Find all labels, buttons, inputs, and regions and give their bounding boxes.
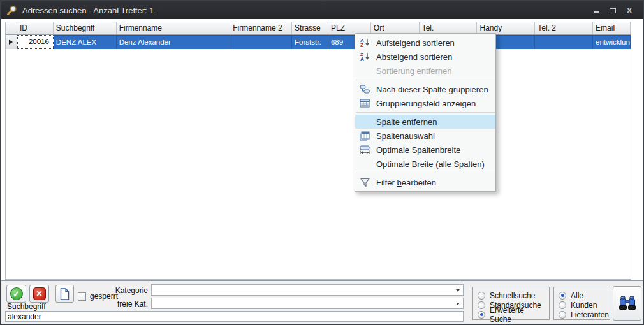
- close-icon: X: [627, 6, 633, 15]
- menu-item-label: Sortierung entfernen: [376, 66, 452, 76]
- sort-ascending-icon: AZ: [358, 38, 371, 47]
- group-panel-icon: [358, 99, 371, 108]
- cell-strasse[interactable]: Forststr.: [292, 35, 328, 49]
- cell-email[interactable]: entwicklung...: [593, 35, 631, 49]
- close-button[interactable]: X: [621, 2, 638, 18]
- kategorie-label: Kategorie: [97, 286, 148, 295]
- gesperrt-checkbox[interactable]: [78, 292, 86, 301]
- menu-item-clear-sorting[interactable]: Sortierung entfernen: [355, 64, 495, 78]
- radio-icon: [478, 292, 485, 300]
- title-bar: Adressen suchen - Anzahl Treffer: 1 X: [1, 1, 643, 19]
- maximize-button[interactable]: [604, 2, 621, 18]
- results-grid: ID Suchbegriff Firmenname Firmenname 2 S…: [5, 22, 631, 280]
- check-icon: ✓: [10, 287, 23, 300]
- menu-item-sort-descending[interactable]: ZA Absteigend sortieren: [355, 50, 495, 64]
- menu-item-label: Gruppierungsfeld anzeigen: [376, 99, 476, 108]
- menu-item-filter-editor[interactable]: Filter bearbeiten: [355, 175, 495, 189]
- column-header-strasse[interactable]: Strasse: [292, 22, 328, 34]
- chevron-down-icon: [456, 289, 460, 292]
- menu-item-label: Optimale Spaltenbreite: [376, 145, 460, 155]
- column-header-suchbegriff[interactable]: Suchbegriff: [54, 22, 117, 34]
- menu-item-label: Aufsteigend sortieren: [376, 38, 455, 48]
- filter-funnel-icon: [358, 178, 371, 187]
- menu-item-remove-column[interactable]: Spalte entfernen: [355, 115, 495, 129]
- cell-firmenname[interactable]: Denz Alexander: [117, 35, 231, 49]
- cell-tel2[interactable]: [535, 35, 593, 49]
- column-context-menu: AZ Aufsteigend sortieren ZA Absteigend s…: [355, 33, 496, 192]
- search-footer-panel: ✓ ✕ gesperrt Kategorie freie Kat. Suchbe…: [1, 280, 643, 324]
- suchbegriff-input[interactable]: [5, 311, 464, 322]
- menu-item-label: Spaltenauswahl: [376, 131, 435, 141]
- suchbegriff-label: Suchbegriff: [7, 302, 46, 311]
- radio-label: Erweiterte Suche: [490, 306, 545, 324]
- search-mode-group: Schnellsuche Standardsuche Erweiterte Su…: [472, 287, 550, 320]
- window-controls: X: [588, 2, 638, 18]
- freie-kat-label: freie Kat.: [97, 300, 148, 308]
- menu-separator: [356, 173, 495, 173]
- menu-item-label: Nach dieser Spalte gruppieren: [376, 85, 488, 94]
- radio-kunden[interactable]: Kunden: [559, 300, 605, 310]
- maximize-icon: [610, 8, 616, 13]
- minimize-icon: [594, 11, 599, 13]
- adressen-suchen-window: Adressen suchen - Anzahl Treffer: 1 X ID…: [0, 0, 644, 325]
- radio-label: Lieferanten: [571, 310, 609, 319]
- minimize-button[interactable]: [588, 2, 604, 18]
- radio-icon: [559, 311, 566, 319]
- grid-header-row: ID Suchbegriff Firmenname Firmenname 2 S…: [6, 22, 631, 35]
- row-indicator-header: [6, 22, 17, 34]
- menu-separator: [356, 80, 495, 80]
- binoculars-icon: [618, 296, 636, 311]
- cancel-button[interactable]: ✕: [29, 285, 49, 303]
- radio-erweiterte-suche[interactable]: Erweiterte Suche: [478, 310, 545, 319]
- freie-kat-combo[interactable]: [151, 298, 464, 309]
- scope-group: Alle Kunden Lieferanten: [553, 287, 610, 320]
- menu-item-best-fit-all[interactable]: Optimale Breite (alle Spalten): [355, 157, 495, 171]
- column-chooser-icon: [358, 131, 371, 141]
- cell-suchbegriff[interactable]: DENZ ALEX: [54, 35, 117, 49]
- column-header-tel2[interactable]: Tel. 2: [535, 22, 593, 34]
- chevron-down-icon: [456, 303, 460, 305]
- ok-button[interactable]: ✓: [6, 285, 26, 303]
- menu-item-best-fit[interactable]: Optimale Spaltenbreite: [355, 143, 495, 157]
- search-button[interactable]: [613, 286, 641, 321]
- table-row[interactable]: 20016 DENZ ALEX Denz Alexander Forststr.…: [6, 35, 631, 49]
- document-icon: [60, 288, 70, 300]
- magnifier-icon: [6, 5, 17, 16]
- radio-label: Kunden: [571, 301, 597, 310]
- menu-item-label: Spalte entfernen: [376, 117, 437, 127]
- new-document-button[interactable]: [55, 285, 74, 303]
- radio-label: Schnellsuche: [490, 291, 535, 300]
- group-by-column-icon: [358, 85, 371, 94]
- kategorie-combo[interactable]: [151, 284, 464, 296]
- menu-separator: [356, 112, 495, 113]
- sort-descending-icon: ZA: [358, 52, 371, 61]
- radio-label: Alle: [571, 291, 583, 300]
- current-row-arrow-icon: [9, 40, 13, 45]
- radio-icon-selected: [478, 311, 485, 319]
- menu-item-column-chooser[interactable]: Spaltenauswahl: [355, 129, 495, 143]
- radio-alle[interactable]: Alle: [559, 291, 605, 300]
- column-width-icon: [358, 145, 371, 155]
- menu-item-label: Absteigend sortieren: [376, 52, 452, 62]
- menu-item-group-by-column[interactable]: Nach dieser Spalte gruppieren: [355, 82, 495, 96]
- cell-firmenname2[interactable]: [230, 35, 292, 49]
- window-title: Adressen suchen - Anzahl Treffer: 1: [22, 6, 154, 15]
- column-header-firmenname2[interactable]: Firmenname 2: [230, 22, 292, 34]
- cell-id[interactable]: 20016: [17, 35, 54, 49]
- menu-item-show-group-panel[interactable]: Gruppierungsfeld anzeigen: [355, 96, 495, 110]
- menu-item-label: Optimale Breite (alle Spalten): [376, 159, 485, 169]
- menu-item-sort-ascending[interactable]: AZ Aufsteigend sortieren: [355, 36, 495, 50]
- radio-icon-selected: [559, 292, 566, 300]
- radio-schnellsuche[interactable]: Schnellsuche: [478, 291, 545, 300]
- menu-item-label: Filter bearbeiten: [376, 178, 436, 187]
- column-header-id[interactable]: ID: [17, 22, 54, 34]
- x-icon: ✕: [33, 287, 46, 300]
- radio-icon: [478, 301, 485, 309]
- row-indicator-cell: [6, 35, 17, 49]
- radio-lieferanten[interactable]: Lieferanten: [559, 310, 605, 319]
- radio-icon: [559, 301, 566, 309]
- column-header-firmenname[interactable]: Firmenname: [117, 22, 231, 34]
- column-header-email[interactable]: Email: [593, 22, 631, 34]
